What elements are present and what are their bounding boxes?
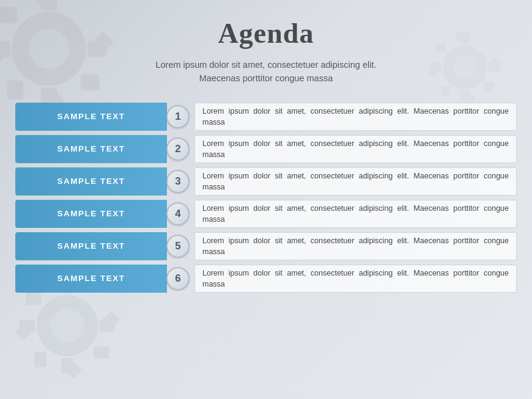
agenda-number-5: 5 [166,235,190,258]
agenda-description-text-4: Lorem ipsum dolor sit amet, consectetuer… [202,203,509,225]
agenda-description-6: Lorem ipsum dolor sit amet, consectetuer… [194,265,517,293]
agenda-label-1: SAMPLE TEXT [15,103,167,131]
main-content: Agenda Lorem ipsum dolor sit amet, conse… [0,0,532,399]
agenda-item-4: SAMPLE TEXT4Lorem ipsum dolor sit amet, … [15,200,517,228]
agenda-number-6: 6 [166,267,190,290]
agenda-label-4: SAMPLE TEXT [15,200,167,228]
agenda-description-text-5: Lorem ipsum dolor sit amet, consectetuer… [202,235,509,257]
agenda-number-4: 4 [166,202,190,225]
agenda-item-1: SAMPLE TEXT1Lorem ipsum dolor sit amet, … [15,103,517,131]
agenda-description-2: Lorem ipsum dolor sit amet, consectetuer… [194,135,517,163]
agenda-item-5: SAMPLE TEXT5Lorem ipsum dolor sit amet, … [15,232,517,260]
agenda-number-2: 2 [166,137,190,161]
agenda-item-3: SAMPLE TEXT3Lorem ipsum dolor sit amet, … [15,167,517,196]
agenda-description-text-6: Lorem ipsum dolor sit amet, consectetuer… [202,268,509,290]
agenda-item-6: SAMPLE TEXT6Lorem ipsum dolor sit amet, … [15,265,517,293]
agenda-description-text-1: Lorem ipsum dolor sit amet, consectetuer… [202,106,509,128]
agenda-label-2: SAMPLE TEXT [15,135,167,163]
agenda-label-3: SAMPLE TEXT [15,167,167,196]
agenda-description-3: Lorem ipsum dolor sit amet, consectetuer… [194,167,517,196]
agenda-label-5: SAMPLE TEXT [15,232,167,260]
subtitle: Lorem ipsum dolor sit amet, consectetuer… [155,58,376,86]
agenda-label-6: SAMPLE TEXT [15,265,167,293]
agenda-description-text-2: Lorem ipsum dolor sit amet, consectetuer… [202,138,509,160]
agenda-description-4: Lorem ipsum dolor sit amet, consectetuer… [194,200,517,228]
agenda-number-3: 3 [166,170,190,193]
agenda-description-5: Lorem ipsum dolor sit amet, consectetuer… [194,232,517,260]
agenda-item-2: SAMPLE TEXT2Lorem ipsum dolor sit amet, … [15,135,517,163]
page-title: Agenda [218,17,314,49]
agenda-description-text-3: Lorem ipsum dolor sit amet, consectetuer… [202,170,509,192]
agenda-list: SAMPLE TEXT1Lorem ipsum dolor sit amet, … [15,103,517,293]
agenda-number-1: 1 [166,105,190,128]
agenda-description-1: Lorem ipsum dolor sit amet, consectetuer… [194,103,517,131]
